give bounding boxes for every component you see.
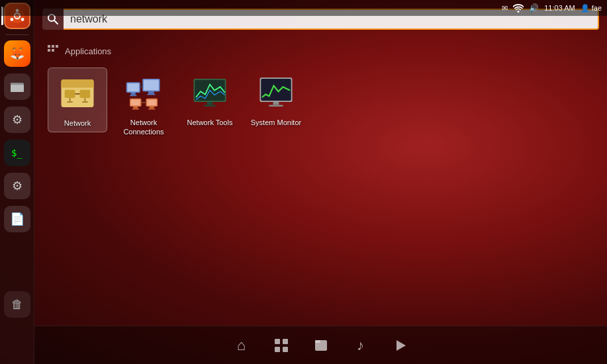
app-item-network[interactable]: Network — [48, 68, 107, 132]
dock-item-files[interactable] — [308, 332, 334, 359]
svg-rect-47 — [273, 102, 279, 105]
svg-rect-10 — [48, 45, 50, 48]
mail-icon: ✉ — [502, 4, 508, 13]
system-monitor-icon — [257, 74, 295, 111]
svg-rect-27 — [131, 93, 136, 95]
firefox-icon: 🦊 — [4, 40, 30, 67]
documents-icon: 📄 — [4, 206, 30, 232]
svg-point-3 — [21, 18, 24, 21]
svg-rect-36 — [132, 109, 140, 110]
svg-rect-48 — [269, 105, 283, 107]
network-app-icon — [59, 75, 96, 112]
svg-rect-24 — [82, 101, 88, 103]
dock-item-music[interactable]: ♪ — [348, 332, 374, 359]
wifi-indicator[interactable] — [513, 3, 524, 13]
network-connections-icon-box — [122, 71, 165, 114]
app-item-network-tools[interactable]: Network Tools — [180, 68, 240, 131]
monitor-icon: ⚙ — [4, 173, 30, 199]
svg-rect-51 — [275, 347, 280, 352]
apps-grid-dock-icon — [274, 338, 289, 353]
svg-rect-40 — [148, 109, 156, 110]
sound-indicator[interactable]: 🔊 — [529, 3, 539, 13]
user-name: fae — [592, 4, 602, 12]
network-tools-icon-box — [189, 71, 231, 114]
launcher-sidebar: 🦊 ⚙ $_ ⚙ 📄 — [0, 0, 34, 364]
svg-rect-34 — [131, 100, 140, 106]
bottom-dock: ⌂ ♪ — [34, 326, 607, 364]
settings-icon: ⚙ — [4, 107, 30, 133]
svg-rect-44 — [204, 105, 216, 107]
dock-item-home[interactable]: ⌂ — [228, 332, 255, 359]
svg-rect-7 — [11, 85, 24, 92]
app-item-network-connections[interactable]: Network Connections — [114, 68, 173, 141]
svg-rect-26 — [128, 83, 140, 91]
files-dock-icon — [314, 338, 328, 353]
svg-rect-54 — [315, 340, 320, 343]
svg-rect-38 — [147, 100, 156, 106]
launcher-item-monitor[interactable]: ⚙ — [1, 170, 33, 202]
svg-rect-35 — [133, 107, 138, 109]
launcher-item-settings[interactable]: ⚙ — [1, 104, 33, 136]
wifi-icon — [513, 3, 524, 13]
applications-section-header: Applications — [48, 45, 594, 57]
svg-line-9 — [54, 21, 58, 24]
video-dock-icon — [393, 338, 408, 353]
system-monitor-app-label: System Monitor — [251, 118, 301, 127]
svg-point-4 — [10, 18, 13, 21]
time-display: 11:03 AM — [544, 4, 575, 12]
svg-rect-18 — [65, 90, 75, 98]
clock[interactable]: 11:03 AM — [544, 4, 575, 12]
network-connections-icon — [125, 74, 162, 111]
svg-rect-43 — [207, 102, 213, 105]
trash-icon: 🗑 — [4, 291, 30, 318]
network-tools-icon — [191, 74, 228, 111]
svg-rect-12 — [56, 45, 58, 48]
dock-item-video[interactable] — [387, 332, 414, 359]
launcher-item-terminal[interactable]: $_ — [1, 137, 33, 169]
svg-rect-23 — [67, 101, 73, 103]
svg-rect-50 — [283, 339, 288, 344]
network-tools-app-label: Network Tools — [187, 118, 233, 127]
launcher-item-trash[interactable]: 🗑 — [1, 289, 33, 320]
dash-body: Applications — [34, 38, 607, 326]
svg-rect-17 — [62, 85, 94, 88]
svg-rect-28 — [130, 95, 137, 97]
launcher-item-firefox[interactable]: 🦊 — [1, 38, 33, 69]
svg-rect-14 — [52, 49, 54, 52]
launcher-item-files[interactable] — [1, 71, 33, 103]
applications-section-title: Applications — [65, 46, 111, 56]
mail-indicator[interactable]: ✉ — [502, 4, 508, 13]
app-item-system-monitor[interactable]: System Monitor — [246, 68, 306, 131]
launcher-item-documents[interactable]: 📄 — [1, 203, 33, 235]
system-monitor-icon-box — [255, 71, 297, 114]
top-bar: ✉ 🔊 11:03 AM 👤 fae — [0, 0, 607, 16]
svg-rect-39 — [150, 107, 154, 109]
files-icon — [4, 73, 30, 100]
user-icon: 👤 — [581, 4, 590, 13]
app-grid: Network — [48, 68, 594, 141]
network-app-icon-box — [56, 72, 99, 114]
user-menu[interactable]: 👤 fae — [581, 4, 602, 13]
terminal-icon: $_ — [4, 140, 30, 166]
sound-icon: 🔊 — [529, 3, 539, 13]
dock-item-apps[interactable] — [268, 332, 295, 359]
music-dock-icon: ♪ — [357, 337, 364, 354]
svg-rect-30 — [144, 80, 159, 91]
network-connections-app-label: Network Connections — [118, 118, 169, 137]
network-app-label: Network — [64, 118, 91, 128]
svg-rect-49 — [275, 339, 280, 344]
svg-rect-32 — [147, 94, 155, 95]
svg-rect-19 — [80, 90, 91, 98]
svg-rect-31 — [148, 91, 154, 94]
section-grid-icon — [48, 45, 60, 57]
launcher-divider-1 — [5, 34, 29, 35]
svg-rect-52 — [283, 347, 288, 352]
home-dock-icon: ⌂ — [237, 337, 246, 354]
svg-marker-55 — [397, 340, 406, 351]
svg-rect-11 — [52, 45, 54, 48]
svg-rect-13 — [48, 49, 50, 52]
